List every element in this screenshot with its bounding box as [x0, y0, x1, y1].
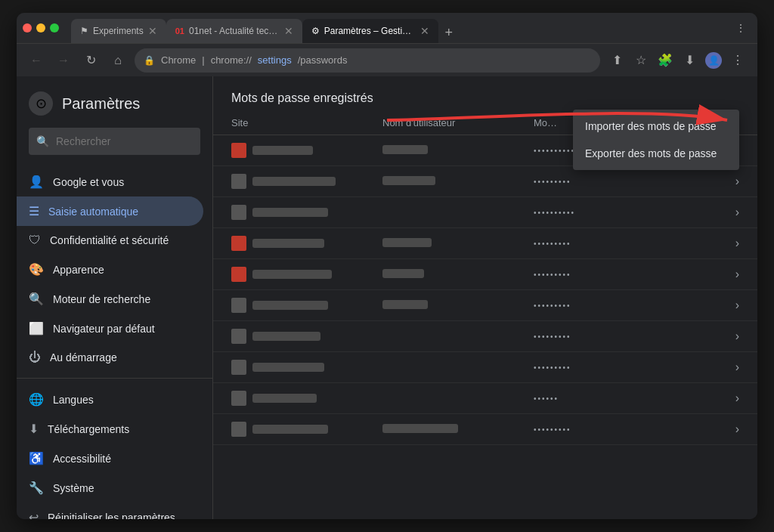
- passwords-section-title: Mots de passe enregistrés: [231, 91, 373, 105]
- table-row[interactable]: ••••••••• ›: [213, 259, 757, 290]
- row-chevron-icon: ›: [735, 422, 739, 436]
- tab-label-settings: Paramètres – Gestionnaire de…: [324, 26, 416, 36]
- browser-icon: ⬜: [29, 321, 44, 336]
- sidebar-item-autofill[interactable]: ☰ Saisie automatique: [17, 196, 203, 226]
- sidebar-item-startup[interactable]: ⏻ Au démarrage: [17, 343, 203, 372]
- sidebar-item-autofill-label: Saisie automatique: [48, 206, 138, 218]
- minimize-button[interactable]: [36, 23, 45, 32]
- sidebar-item-browser[interactable]: ⬜ Navigateur par défaut: [17, 314, 203, 343]
- sidebar-item-system[interactable]: 🔧 Système: [17, 473, 203, 503]
- forward-button[interactable]: →: [53, 50, 74, 71]
- new-tab-button[interactable]: +: [438, 22, 460, 43]
- toolbar-right: ⬆ ☆ 🧩 ⬇ 👤 ⋮: [606, 50, 748, 71]
- username-blurred: [382, 424, 458, 433]
- tab-icon-01net: 01: [175, 26, 184, 36]
- site-cell: [231, 422, 382, 437]
- table-row[interactable]: ••••••••• ›: [213, 166, 757, 197]
- password-dots: •••••••••: [534, 332, 571, 341]
- tab-close-experiments[interactable]: ✕: [148, 25, 157, 37]
- title-bar-menu-button[interactable]: ⋮: [730, 17, 751, 39]
- password-dots: •••••••••: [534, 271, 571, 279]
- password-dots: •••••••••: [534, 425, 571, 434]
- lock-icon: 🔒: [144, 55, 155, 66]
- sidebar-item-reset[interactable]: ↩ Réinitialiser les paramètres: [17, 503, 203, 519]
- site-name-blurred: [252, 146, 313, 155]
- back-button[interactable]: ←: [26, 50, 47, 71]
- favicon: [231, 329, 246, 344]
- sidebar-item-appearance[interactable]: 🎨 Apparence: [17, 255, 203, 284]
- sidebar-item-privacy[interactable]: 🛡 Confidentialité et sécurité: [17, 226, 203, 255]
- site-name-blurred: [252, 332, 320, 341]
- table-row[interactable]: ••••••••• ›: [213, 290, 757, 321]
- tab-icon-experiments: ⚑: [80, 26, 88, 36]
- sidebar-item-search-label: Moteur de recherche: [53, 293, 150, 305]
- sidebar-item-downloads-label: Téléchargements: [48, 423, 129, 435]
- site-cell: [231, 143, 382, 158]
- tab-close-01net[interactable]: ✕: [284, 25, 293, 37]
- sidebar-item-search-engine[interactable]: 🔍 Moteur de recherche: [17, 284, 203, 314]
- table-row[interactable]: •••••••••• ›: [213, 197, 757, 228]
- site-name-blurred: [252, 208, 328, 217]
- table-row[interactable]: ••••••••• ›: [213, 228, 757, 259]
- close-button[interactable]: [23, 23, 32, 32]
- pass-cell: •••••••••: [534, 332, 735, 341]
- search-input[interactable]: [29, 128, 200, 155]
- pass-cell: •••••••••: [534, 302, 735, 310]
- password-dots: •••••••••: [534, 178, 571, 186]
- main-wrapper: Mots de passe enregistrés Site Nom d'uti…: [213, 76, 757, 445]
- sidebar-item-google[interactable]: 👤 Google et vous: [17, 167, 203, 196]
- row-chevron-icon: ›: [735, 268, 739, 281]
- title-bar: ⚑ Experiments ✕ 01 01net - Actualité tec…: [17, 13, 757, 43]
- sidebar-item-reset-label: Réinitialiser les paramètres: [48, 512, 175, 520]
- system-icon: 🔧: [29, 481, 44, 495]
- address-passwords-part: /passwords: [298, 54, 348, 66]
- import-passwords-item[interactable]: Importer des mots de passe: [573, 113, 739, 140]
- tab-label-experiments: Experiments: [93, 26, 144, 36]
- address-chrome-label: Chrome: [161, 54, 196, 66]
- autofill-icon: ☰: [29, 204, 39, 218]
- bookmark-button[interactable]: ☆: [630, 50, 652, 71]
- pass-cell: ••••••: [534, 394, 735, 403]
- column-username: Nom d'utilisateur: [382, 117, 534, 128]
- profile-button[interactable]: 👤: [703, 50, 724, 71]
- password-dots: ••••••••••: [534, 147, 575, 155]
- address-bar[interactable]: 🔒 Chrome | chrome:// settings /passwords: [135, 48, 600, 73]
- site-name-blurred: [252, 177, 336, 186]
- sidebar: ⊙ Paramètres 🔍 👤 Google et vous ☰ Saisie…: [17, 76, 213, 519]
- reload-button[interactable]: ↻: [80, 50, 101, 71]
- site-cell: [231, 360, 382, 375]
- sidebar-item-languages-label: Langues: [53, 394, 94, 406]
- tab-icon-settings: ⚙: [311, 26, 320, 36]
- table-row[interactable]: ••••••••• ›: [213, 414, 757, 445]
- extensions-button[interactable]: 🧩: [655, 50, 676, 71]
- sidebar-item-downloads[interactable]: ⬇ Téléchargements: [17, 414, 203, 444]
- maximize-button[interactable]: [50, 23, 59, 32]
- table-row[interactable]: •••••• ›: [213, 383, 757, 414]
- tab-experiments[interactable]: ⚑ Experiments ✕: [71, 19, 166, 43]
- site-name-blurred: [252, 301, 328, 310]
- browser-menu-button[interactable]: ⋮: [727, 50, 748, 71]
- table-row[interactable]: ••••••••• ›: [213, 352, 757, 383]
- home-button[interactable]: ⌂: [107, 50, 128, 71]
- username-blurred: [382, 269, 424, 278]
- nav-divider: [17, 378, 212, 379]
- sidebar-item-google-label: Google et vous: [53, 176, 124, 188]
- table-row[interactable]: ••••••••• ›: [213, 321, 757, 352]
- password-dots: ••••••••••: [534, 209, 575, 217]
- sidebar-item-languages[interactable]: 🌐 Langues: [17, 385, 203, 414]
- favicon: [231, 143, 246, 158]
- tab-settings[interactable]: ⚙ Paramètres – Gestionnaire de… ✕: [302, 19, 438, 43]
- user-cell: [382, 237, 534, 250]
- search-engine-icon: 🔍: [29, 292, 44, 306]
- download-button[interactable]: ⬇: [679, 50, 700, 71]
- sidebar-item-accessibility[interactable]: ♿ Accessibilité: [17, 444, 203, 473]
- tab-close-settings[interactable]: ✕: [420, 25, 429, 37]
- username-blurred: [382, 176, 435, 185]
- site-name-blurred: [252, 239, 324, 248]
- address-separator: |: [202, 54, 204, 66]
- share-button[interactable]: ⬆: [606, 50, 627, 71]
- export-passwords-item[interactable]: Exporter des mots de passe: [573, 140, 739, 167]
- pass-cell: •••••••••: [534, 240, 735, 248]
- tab-bar: ⚑ Experiments ✕ 01 01net - Actualité tec…: [71, 13, 724, 43]
- tab-01net[interactable]: 01 01net - Actualité tech, tests p… ✕: [166, 19, 302, 43]
